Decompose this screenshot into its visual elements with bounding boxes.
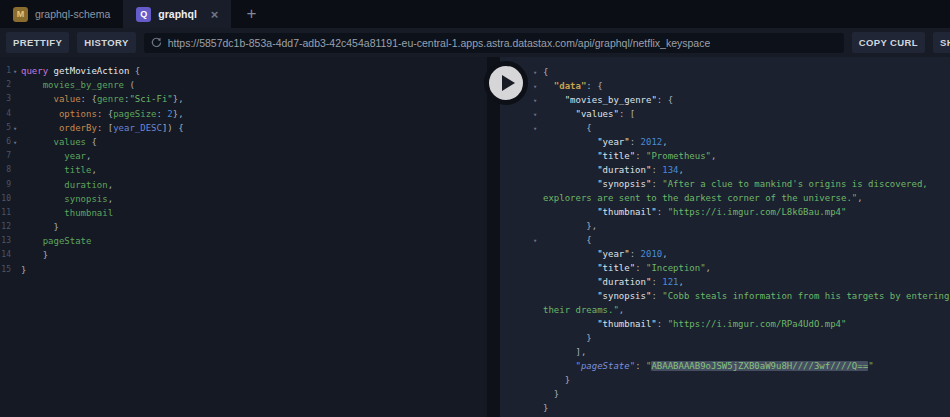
code-text: values {: [21, 137, 97, 147]
response-line: ▾ "data": {: [500, 79, 950, 93]
query-line: 12 }: [0, 220, 487, 234]
response-line: ],: [500, 345, 950, 359]
response-line: "synopsis": "Cobb steals information fro…: [500, 289, 950, 303]
query-line: 4 options: {pageSize: 2},: [0, 107, 487, 121]
pane-divider[interactable]: [487, 57, 500, 417]
prettify-button[interactable]: PRETTIFY: [6, 32, 69, 53]
response-line: "year": 2012,: [500, 135, 950, 149]
query-line: 15}: [0, 263, 487, 277]
refresh-icon: [151, 37, 162, 48]
line-number: 4: [0, 107, 11, 121]
code-text: title,: [21, 165, 97, 175]
response-line: ▾{: [500, 65, 950, 79]
playground-split: 1▾query getMovieAction {2 movies_by_genr…: [0, 57, 950, 417]
response-line: "duration": 121,: [500, 275, 950, 289]
code-text: "year": 2010,: [543, 249, 668, 259]
code-text: }: [543, 375, 570, 385]
response-line: "pageState": "ABAABAAAB9oJSW5jZXB0aW9u8H…: [500, 359, 950, 373]
query-line: 2 movies_by_genre (: [0, 78, 487, 92]
line-number: 2: [0, 78, 11, 92]
play-icon: [502, 75, 515, 91]
code-text: orderBy: [year_DESC]) {: [21, 123, 184, 133]
close-icon[interactable]: ×: [211, 8, 219, 21]
response-line: ▾ {: [500, 233, 950, 247]
code-text: "thumbnail": "https://i.imgur.com/L8k6Ba…: [543, 207, 846, 217]
history-button[interactable]: HISTORY: [77, 32, 136, 53]
code-text: their dreams.",: [543, 305, 624, 315]
code-text: }: [543, 333, 592, 343]
code-text: thumbnail: [21, 208, 113, 218]
execute-button[interactable]: [484, 61, 528, 105]
code-text: "movies_by_genre": {: [543, 95, 673, 105]
tab-label: graphql-schema: [35, 8, 110, 20]
code-text: synopsis,: [21, 194, 113, 204]
response-line: }: [500, 373, 950, 387]
code-text: "duration": 121,: [543, 277, 684, 287]
tab-bar: M graphql-schema Q graphql × +: [0, 0, 950, 28]
code-text: ],: [543, 347, 586, 357]
fold-arrow-icon[interactable]: ▾: [533, 80, 537, 94]
query-line: 11 thumbnail: [0, 206, 487, 220]
query-line: 8 title,: [0, 163, 487, 177]
query-line: 5▾ orderBy: [year_DESC]) {: [0, 121, 487, 135]
code-text: "title": "Inception",: [543, 263, 711, 273]
line-number: 6: [0, 135, 11, 149]
code-text: {: [543, 123, 592, 133]
response-line: "title": "Inception",: [500, 261, 950, 275]
response-viewer[interactable]: ▾{▾ "data": {▾ "movies_by_genre": {▾ "va…: [500, 57, 950, 417]
fold-arrow-icon[interactable]: ▾: [533, 122, 537, 136]
fold-arrow-icon[interactable]: ▾: [533, 94, 537, 108]
endpoint-url-input[interactable]: https://5857dc1b-853a-4dd7-adb3-42c454a8…: [144, 33, 844, 53]
code-text: }: [21, 265, 26, 275]
line-number: 1: [0, 64, 11, 78]
code-text: "synopsis": "After a clue to mankind's o…: [543, 179, 928, 189]
tab-graphql[interactable]: Q graphql ×: [123, 0, 231, 28]
fold-arrow-icon[interactable]: ▾: [13, 136, 17, 150]
copy-curl-button[interactable]: COPY CURL: [852, 32, 925, 53]
tab-label: graphql: [158, 8, 197, 20]
add-tab-button[interactable]: +: [231, 0, 271, 28]
code-text: }: [21, 222, 59, 232]
line-number: 8: [0, 163, 11, 177]
code-text: "thumbnail": "https://i.imgur.com/RPa4Ud…: [543, 319, 846, 329]
fold-arrow-icon[interactable]: ▾: [13, 122, 17, 136]
response-line: ▾ "movies_by_genre": {: [500, 93, 950, 107]
code-text: "synopsis": "Cobb steals information fro…: [543, 291, 949, 301]
line-number: 13: [0, 234, 11, 248]
query-line: 10 synopsis,: [0, 192, 487, 206]
fold-arrow-icon[interactable]: ▾: [533, 234, 537, 248]
line-number: 9: [0, 178, 11, 192]
code-text: }: [543, 403, 548, 413]
response-line: },: [500, 219, 950, 233]
code-text: {: [543, 67, 548, 77]
response-line: their dreams.",: [500, 303, 950, 317]
fold-arrow-icon[interactable]: ▾: [533, 66, 537, 80]
code-text: "values": [: [543, 109, 635, 119]
plus-icon: +: [246, 4, 256, 24]
response-line: }: [500, 401, 950, 415]
fold-arrow-icon[interactable]: ▾: [533, 108, 537, 122]
line-number: 14: [0, 248, 11, 262]
share-playground-button[interactable]: SHARE PLAYGROUND: [933, 32, 950, 53]
code-text: }: [543, 389, 559, 399]
response-line: ▾ "values": [: [500, 107, 950, 121]
tab-icon-q: Q: [136, 7, 151, 22]
query-line: 7 year,: [0, 149, 487, 163]
tab-graphql-schema[interactable]: M graphql-schema: [0, 0, 123, 28]
code-text: "data": {: [543, 81, 603, 91]
line-number: 10: [0, 192, 11, 206]
code-text: pageState: [21, 236, 91, 246]
code-text: query getMovieAction {: [21, 66, 140, 76]
response-line: "synopsis": "After a clue to mankind's o…: [500, 177, 950, 191]
query-editor[interactable]: 1▾query getMovieAction {2 movies_by_genr…: [0, 57, 487, 417]
toolbar: PRETTIFY HISTORY https://5857dc1b-853a-4…: [0, 28, 950, 57]
response-line: ▾ {: [500, 121, 950, 135]
query-line: 9 duration,: [0, 178, 487, 192]
code-text: explorers are sent to the darkest corner…: [543, 193, 863, 203]
code-text: "pageState": "ABAABAAAB9oJSW5jZXB0aW9u8H…: [543, 361, 874, 371]
code-text: value: {genre:"Sci-Fi"},: [21, 94, 184, 104]
fold-arrow-icon[interactable]: ▾: [13, 65, 17, 79]
response-line: "thumbnail": "https://i.imgur.com/RPa4Ud…: [500, 317, 950, 331]
tab-icon-m: M: [13, 7, 28, 22]
code-text: "duration": 134,: [543, 165, 684, 175]
